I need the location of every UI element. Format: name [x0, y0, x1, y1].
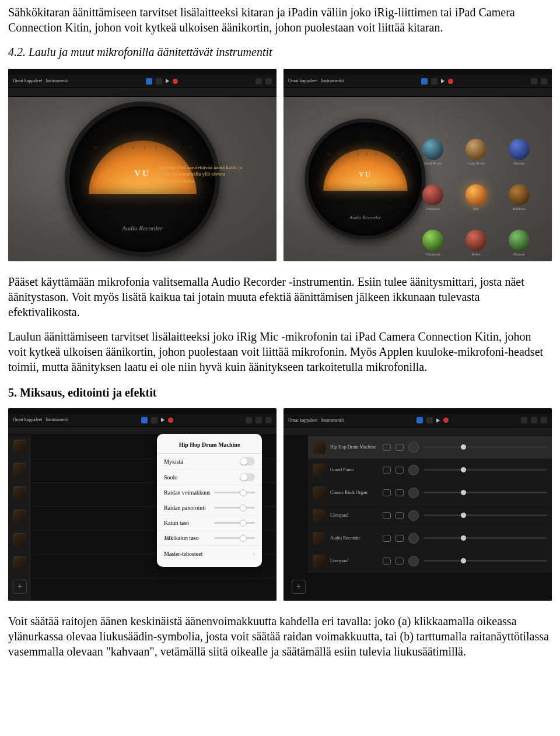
timeline[interactable]: Hip Hop Drum Machine Grand Piano Classic… — [284, 436, 552, 601]
toggle[interactable] — [240, 457, 255, 465]
toolbar-my-songs[interactable]: Omat kappaleet — [13, 417, 42, 423]
mute-icon[interactable] — [383, 512, 391, 519]
mixer-icon[interactable] — [256, 417, 262, 423]
popup-row-pan[interactable]: Raidan panorointi — [157, 500, 262, 516]
popup-row-volume[interactable]: Raidan voimakkuus — [157, 485, 262, 500]
slider[interactable] — [214, 492, 255, 493]
pan-knob[interactable] — [408, 510, 419, 521]
settings-icon[interactable] — [531, 78, 537, 85]
paragraph-audio-recorder: Pääset käyttämään mikrofonia valitsemall… — [8, 274, 552, 320]
volume-slider[interactable] — [424, 469, 547, 471]
headphones-icon[interactable] — [396, 512, 404, 519]
toolbar-my-songs[interactable]: Omat kappaleet — [13, 78, 42, 84]
rewind-button[interactable] — [431, 78, 438, 85]
mixer-row[interactable]: Grand Piano — [308, 459, 552, 482]
headphones-icon[interactable] — [396, 489, 404, 496]
effect-large-room[interactable]: Large Room — [460, 139, 492, 178]
rewind-button[interactable] — [156, 78, 162, 85]
pan-knob[interactable] — [408, 556, 419, 566]
slider[interactable] — [214, 537, 255, 539]
pan-knob[interactable] — [408, 465, 419, 475]
play-button[interactable] — [441, 79, 444, 83]
popup-row-mute[interactable]: Mykistä — [157, 454, 262, 469]
vu-label: VU — [323, 170, 407, 179]
toggle[interactable] — [240, 473, 255, 481]
effect-bullhorn[interactable]: Bullhorn — [503, 184, 536, 224]
toolbar-button[interactable] — [421, 78, 428, 85]
toolbar-my-songs[interactable]: Omat kappaleet — [288, 78, 317, 84]
track-icon[interactable] — [13, 556, 26, 569]
pan-knob[interactable] — [408, 533, 419, 544]
volume-slider[interactable] — [424, 446, 547, 448]
mute-icon[interactable] — [383, 558, 391, 565]
timeline-ruler[interactable] — [284, 427, 552, 436]
toolbar-my-songs[interactable]: Omat kappaleet — [288, 418, 317, 423]
play-button[interactable] — [161, 418, 164, 422]
record-button[interactable] — [443, 418, 449, 423]
effect-dreamy[interactable]: Dreamy — [503, 139, 536, 178]
settings-icon[interactable] — [256, 78, 262, 85]
effect-dry[interactable]: Dry — [460, 184, 492, 224]
toolbar-instruments[interactable]: Instrumentit — [321, 418, 344, 423]
volume-slider[interactable] — [424, 514, 547, 516]
volume-slider[interactable] — [424, 537, 547, 539]
loop-icon[interactable] — [521, 417, 527, 423]
help-icon[interactable] — [541, 78, 547, 85]
track-icon[interactable] — [13, 510, 26, 523]
track-icon[interactable] — [13, 440, 26, 453]
track-icon[interactable] — [13, 533, 26, 546]
record-button[interactable] — [173, 79, 178, 84]
play-button[interactable] — [166, 79, 169, 83]
mute-icon[interactable] — [383, 467, 391, 474]
volume-slider[interactable] — [424, 492, 547, 493]
settings-icon[interactable] — [265, 417, 272, 423]
add-track-button[interactable]: + — [292, 580, 306, 594]
toolbar-instruments[interactable]: Instrumentit — [321, 78, 344, 84]
volume-slider[interactable] — [424, 560, 547, 562]
record-button[interactable] — [448, 79, 453, 84]
mute-icon[interactable] — [383, 444, 391, 451]
pan-knob[interactable] — [408, 442, 419, 453]
status-bar — [8, 408, 276, 414]
help-icon[interactable] — [265, 78, 272, 85]
add-track-button[interactable]: + — [13, 580, 27, 594]
effect-small-room[interactable]: Small Room — [416, 139, 449, 178]
headphones-icon[interactable] — [396, 444, 404, 451]
slider[interactable] — [214, 507, 255, 509]
screenshot-row-tracks: Omat kappaleet Instrumentit + — [8, 408, 552, 601]
popup-row-reverb[interactable]: Jälkikaiun taso — [157, 531, 262, 546]
popup-row-solo[interactable]: Soolo — [157, 469, 262, 485]
rewind-button[interactable] — [426, 417, 433, 423]
headphones-icon[interactable] — [396, 535, 404, 542]
effect-robot[interactable]: Robot — [460, 230, 492, 261]
slider[interactable] — [214, 522, 255, 524]
headphones-icon[interactable] — [396, 467, 404, 474]
headphones-icon[interactable] — [396, 558, 404, 565]
track-icon[interactable] — [13, 463, 26, 476]
effect-chipmunk[interactable]: Chipmunk — [416, 230, 449, 261]
toolbar-instruments[interactable]: Instrumentit — [46, 78, 68, 84]
popup-row-echo[interactable]: Kaiun taso — [157, 516, 262, 531]
track-icon[interactable] — [13, 486, 26, 499]
pan-knob[interactable] — [408, 488, 419, 498]
mute-icon[interactable] — [383, 489, 391, 496]
mixer-row[interactable]: Liverpool — [308, 550, 552, 573]
mixer-row[interactable]: Audio Recorder — [308, 527, 552, 550]
play-button[interactable] — [436, 418, 440, 423]
mute-icon[interactable] — [383, 535, 391, 542]
settings-icon[interactable] — [541, 417, 547, 423]
toolbar-button[interactable] — [416, 417, 423, 423]
toolbar-instruments[interactable]: Instrumentit — [46, 417, 68, 423]
effect-telephone[interactable]: Telephone — [416, 184, 449, 224]
popup-row-master[interactable]: Master-tehosteet› — [157, 546, 262, 562]
effect-monster[interactable]: Monster — [503, 230, 536, 261]
loop-icon[interactable] — [246, 417, 252, 423]
mixer-icon[interactable] — [531, 417, 537, 423]
toolbar-button[interactable] — [141, 417, 148, 423]
record-button[interactable] — [168, 418, 173, 423]
toolbar-button[interactable] — [146, 78, 152, 85]
mixer-row[interactable]: Liverpool — [308, 504, 552, 527]
mixer-row[interactable]: Classic Rock Organ — [308, 482, 552, 504]
mixer-row[interactable]: Hip Hop Drum Machine — [308, 436, 552, 459]
rewind-button[interactable] — [151, 417, 158, 423]
